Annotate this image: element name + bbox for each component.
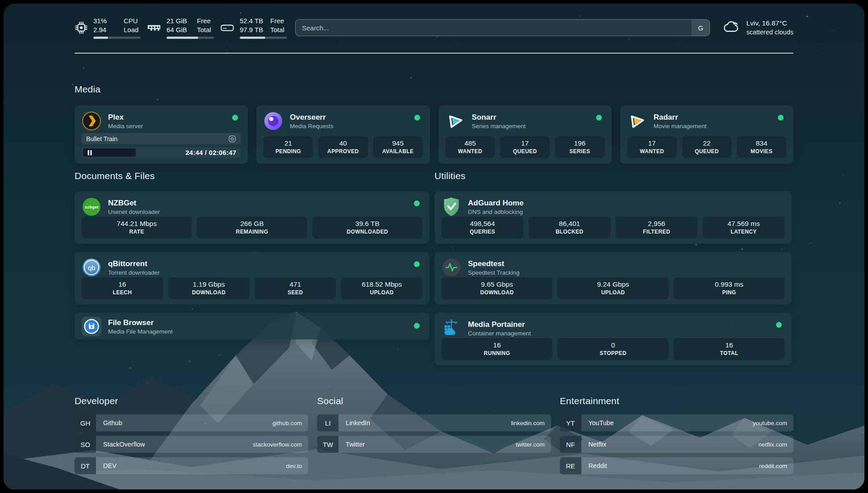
service-title: AdGuard Home — [468, 199, 524, 208]
overseerr-icon — [263, 111, 283, 131]
memory-icon — [147, 23, 161, 33]
service-subtitle: Media File Management — [108, 328, 173, 335]
service-card-file-browser[interactable]: File Browser Media File Management — [75, 313, 430, 339]
service-card-plex[interactable]: Plex Media server Bullet Train — [75, 105, 248, 164]
svg-text:nzbget: nzbget — [85, 205, 99, 209]
search-input[interactable] — [295, 19, 710, 36]
bookmark-name: Reddit — [581, 457, 759, 474]
disk-icon — [220, 22, 234, 33]
status-dot — [776, 322, 782, 328]
bookmark-abbr: RE — [560, 457, 581, 474]
stat-pending: 21PENDING — [263, 136, 313, 158]
section-title-media: Media — [75, 84, 793, 95]
bookmark-abbr: LI — [317, 414, 338, 431]
pause-icon — [88, 150, 92, 155]
disk-free-value: 52.4 TB — [240, 17, 263, 25]
service-card-sonarr[interactable]: Sonarr Series management 485WANTED 17QUE… — [438, 105, 612, 164]
bookmark-abbr: DT — [75, 457, 96, 474]
stat-available: 945AVAILABLE — [373, 136, 423, 158]
status-dot — [414, 323, 420, 329]
file-browser-icon — [82, 317, 101, 336]
service-subtitle: Series management — [472, 123, 526, 130]
bookmark-url: dev.to — [286, 457, 309, 474]
section-documents-files: Documents & Files nzbget NZBGet Usenet d… — [75, 171, 430, 339]
bookmark-group-developer: Developer GH Github github.com SO StackO… — [75, 396, 308, 479]
bookmark-url: github.com — [272, 414, 308, 431]
stat-ping: 0.993 msPING — [674, 277, 785, 299]
stat-latency: 47.569 msLATENCY — [703, 217, 785, 238]
playback-time: 24:44 / 02:06:47 — [185, 149, 236, 156]
cloud-icon — [722, 19, 740, 36]
bookmark-name: YouTube — [581, 414, 753, 431]
bookmark-github[interactable]: GH Github github.com — [75, 414, 308, 431]
bookmark-abbr: TW — [317, 436, 338, 453]
service-subtitle: Container management — [468, 330, 531, 337]
service-card-portainer[interactable]: Media Portainer Container management 16R… — [434, 313, 792, 365]
memory-usage-bar — [167, 37, 214, 39]
status-dot — [596, 115, 602, 121]
bookmark-name: DEV — [96, 457, 286, 474]
bookmark-name: Github — [96, 414, 272, 431]
plex-icon — [82, 111, 101, 131]
cpu-load-label: Load — [124, 25, 141, 34]
service-card-adguard-home[interactable]: AdGuard Home DNS and adblocking 498,564Q… — [434, 191, 792, 244]
stat-series: 196SERIES — [555, 136, 605, 158]
stat-seed: 471SEED — [255, 277, 336, 299]
section-utilities: Utilities AdGuard Home DNS and adblockin… — [434, 171, 792, 365]
service-card-nzbget[interactable]: nzbget NZBGet Usenet downloader 744.21 M… — [75, 191, 430, 244]
sonarr-icon — [446, 111, 465, 131]
stat-running: 16RUNNING — [442, 338, 552, 360]
bookmark-group-title: Social — [317, 396, 551, 406]
stat-wanted: 485WANTED — [446, 136, 495, 158]
bookmark-group-title: Entertainment — [560, 396, 793, 406]
weather-condition: scattered clouds — [746, 28, 793, 37]
service-subtitle: Usenet downloader — [108, 209, 160, 215]
bookmark-name: StackOverflow — [96, 436, 253, 453]
bookmark-url: linkedin.com — [511, 414, 551, 431]
service-card-speedtest[interactable]: Speedtest Speedtest Tracking 9.65 GbpsDO… — [434, 252, 792, 305]
service-title: NZBGet — [108, 199, 160, 208]
cpu-chip-icon — [75, 21, 88, 34]
disk-total-value: 97.9 TB — [240, 25, 263, 34]
service-title: File Browser — [108, 318, 173, 327]
stat-queued: 17QUEUED — [500, 136, 550, 158]
cpu-usage-label: CPU — [124, 17, 141, 25]
section-title-documents: Documents & Files — [75, 171, 430, 181]
bookmark-reddit[interactable]: RE Reddit reddit.com — [560, 457, 793, 474]
disk-usage-bar — [240, 37, 287, 39]
disk-free-label: Free — [270, 17, 287, 25]
service-title: Plex — [108, 113, 143, 122]
speedtest-icon — [442, 258, 461, 277]
bookmark-youtube[interactable]: YT YouTube youtube.com — [560, 414, 793, 431]
stat-download: 9.65 GbpsDOWNLOAD — [442, 277, 552, 299]
search-bar: G — [295, 19, 710, 36]
screen-icon — [228, 135, 236, 143]
stat-leech: 16LEECH — [82, 277, 163, 299]
bookmark-twitter[interactable]: TW Twitter twitter.com — [317, 436, 551, 453]
stat-filtered: 2,956FILTERED — [616, 217, 697, 238]
cpu-usage-value: 31% — [93, 17, 117, 25]
bookmark-linkedin[interactable]: LI LinkedIn linkedin.com — [317, 414, 551, 431]
memory-total-label: Total — [197, 25, 214, 34]
status-dot — [414, 261, 420, 267]
stat-download: 1.19 GbpsDOWNLOAD — [168, 277, 250, 299]
service-card-qbittorrent[interactable]: qb qBittorrent Torrent downloader 16LEEC… — [75, 252, 430, 305]
pause-indicator — [83, 148, 136, 157]
search-engine-button[interactable]: G — [692, 20, 709, 36]
bookmark-url: netflix.com — [758, 436, 793, 453]
service-title: Media Portainer — [468, 320, 531, 329]
top-bar: 31%2.94 CPULoad 21 GiB64 GiB FreeTotal — [75, 13, 793, 42]
disk-total-label: Total — [270, 25, 287, 34]
section-title-utilities: Utilities — [434, 171, 792, 181]
bookmark-abbr: SO — [75, 436, 96, 453]
bookmark-stackoverflow[interactable]: SO StackOverflow stackoverflow.com — [75, 436, 308, 453]
stat-upload: 9.24 GbpsUPLOAD — [558, 277, 668, 299]
bookmarks-area: Developer GH Github github.com SO StackO… — [75, 396, 793, 479]
status-dot — [414, 201, 420, 206]
bookmark-netflix[interactable]: NF Netflix netflix.com — [560, 436, 793, 453]
bookmark-dev[interactable]: DT DEV dev.to — [75, 457, 308, 474]
service-card-overseerr[interactable]: Overseerr Media Requests 21PENDING 40APP… — [256, 105, 430, 164]
bookmark-group-social: Social LI LinkedIn linkedin.com TW Twitt… — [317, 396, 551, 479]
service-card-radarr[interactable]: Radarr Movie management 17WANTED 22QUEUE… — [620, 105, 793, 164]
service-subtitle: Speedtest Tracking — [468, 269, 520, 276]
